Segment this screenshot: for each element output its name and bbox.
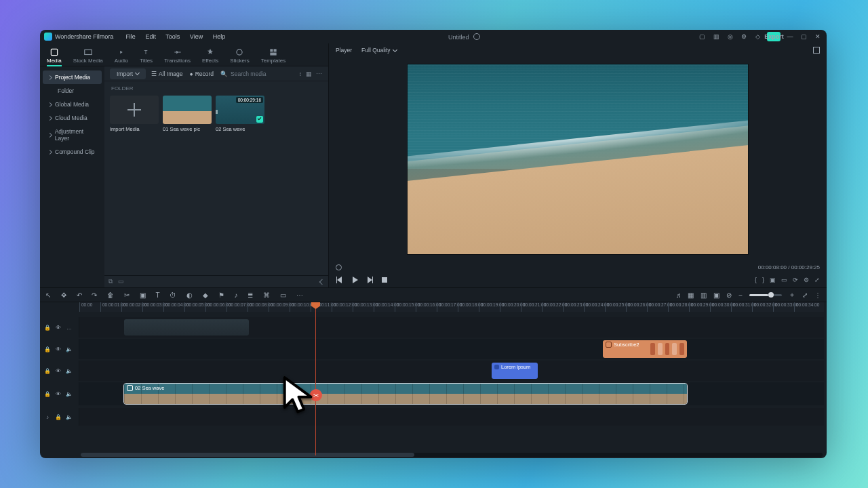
redo-icon[interactable]: ↷: [92, 291, 97, 299]
close-button[interactable]: ✕: [813, 32, 823, 41]
audio-icon[interactable]: ♪: [234, 291, 237, 299]
track-eye-icon[interactable]: 👁: [55, 346, 62, 352]
render-icon[interactable]: ⟳: [793, 277, 798, 283]
mark-in-icon[interactable]: {: [755, 277, 757, 283]
tab-effects[interactable]: Effects: [202, 47, 218, 66]
sidebar-project-media[interactable]: Project Media: [43, 70, 102, 84]
media-item-sea-wave[interactable]: 00:00:29:16 02 Sea wave: [216, 96, 264, 132]
prev-frame-icon[interactable]: [336, 276, 344, 284]
snapshot-icon[interactable]: [813, 47, 820, 54]
menu-view[interactable]: View: [190, 33, 203, 40]
tab-templates[interactable]: Templates: [261, 47, 285, 66]
track-mute-icon[interactable]: 🔈: [66, 414, 73, 420]
split-icon[interactable]: ✂: [124, 291, 130, 299]
pointer-tool-icon[interactable]: ↖: [45, 291, 51, 299]
sidebar-global-media[interactable]: Global Media: [43, 98, 102, 111]
link-icon[interactable]: ⌘: [263, 291, 270, 299]
play-icon[interactable]: [351, 276, 359, 284]
mark-out-icon[interactable]: }: [762, 277, 764, 283]
import-dropdown[interactable]: Import: [110, 68, 146, 79]
sidebar-adjustment-layer[interactable]: Adjustment Layer: [43, 125, 102, 145]
split-handle-icon[interactable]: ✂: [310, 389, 322, 401]
next-frame-icon[interactable]: [366, 276, 374, 284]
more-icon[interactable]: ⋯: [316, 70, 323, 77]
tab-transitions[interactable]: Transitions: [164, 47, 191, 66]
settings-icon[interactable]: ⚙: [739, 32, 749, 41]
clip-main-video[interactable]: 02 Sea wave: [124, 384, 687, 404]
search-input[interactable]: 🔍 Search media: [220, 70, 295, 77]
stop-icon[interactable]: [380, 276, 389, 284]
delete-icon[interactable]: 🗑: [107, 291, 114, 299]
sidebar-cloud-media[interactable]: Cloud Media: [43, 111, 102, 125]
track-eye-icon[interactable]: 👁: [55, 391, 62, 397]
zoom-slider[interactable]: [749, 294, 782, 296]
group-icon[interactable]: ▭: [280, 291, 286, 299]
new-bin-icon[interactable]: ⧉: [108, 278, 113, 285]
speed-icon[interactable]: ⏱: [170, 291, 176, 299]
settings2-icon[interactable]: ⚙: [804, 277, 809, 283]
panels-icon[interactable]: ▥: [711, 32, 721, 41]
crop-icon[interactable]: ▣: [140, 291, 146, 299]
track-mute-icon[interactable]: 🔈: [66, 346, 73, 352]
scope-icon[interactable]: ◎: [726, 32, 735, 41]
track-mute-icon[interactable]: 🔈: [66, 368, 73, 374]
save-status-icon[interactable]: [473, 33, 480, 40]
render2-icon[interactable]: ▦: [688, 291, 694, 299]
new-folder-icon[interactable]: ▭: [118, 278, 124, 285]
mixer-icon[interactable]: ♬: [676, 291, 682, 299]
track-lock-icon[interactable]: 🔒: [44, 346, 51, 352]
more-tools-icon[interactable]: ⋯: [296, 291, 303, 299]
preview-tab-player[interactable]: Player: [336, 47, 352, 54]
snap-icon[interactable]: ▥: [701, 291, 707, 299]
account-icon[interactable]: ◇: [753, 32, 763, 41]
clip-lorem[interactable]: Lorem ipsum: [492, 363, 538, 379]
zoom-in-icon[interactable]: ＋: [789, 290, 795, 300]
media-item-sea-wave-pic[interactable]: 01 Sea wave pic: [163, 96, 212, 132]
menu-edit[interactable]: Edit: [145, 33, 156, 40]
menu-help[interactable]: Help: [213, 33, 226, 40]
sidebar-folder[interactable]: Folder: [43, 84, 102, 98]
fullscreen-icon[interactable]: ⤢: [814, 277, 820, 283]
export-button[interactable]: Export: [767, 32, 781, 41]
menu-file[interactable]: File: [125, 33, 136, 40]
sidebar-compound-clip[interactable]: Compound Clip: [43, 145, 102, 159]
zoom-out-icon[interactable]: −: [738, 291, 743, 299]
time-ruler[interactable]: 00:0000:00:01:0000:00:02:0000:00:03:0000…: [79, 302, 824, 312]
record-button[interactable]: ● Record: [190, 70, 214, 77]
tab-titles[interactable]: TTitles: [140, 47, 153, 66]
track-lock-icon[interactable]: 🔒: [55, 414, 62, 420]
safe-zone-icon[interactable]: [336, 264, 342, 270]
timeline-scrollbar[interactable]: [81, 453, 823, 457]
clip-subscribe[interactable]: Subscribe2: [603, 340, 687, 358]
marker-icon[interactable]: ⚑: [218, 291, 224, 299]
maximize-button[interactable]: ▢: [799, 32, 808, 41]
minimize-button[interactable]: —: [785, 32, 795, 41]
quality-dropdown[interactable]: Full Quality: [361, 47, 397, 54]
tab-audio[interactable]: Audio: [115, 47, 128, 66]
tab-stickers[interactable]: Stickers: [230, 47, 249, 66]
track-lock-icon[interactable]: 🔒: [44, 368, 51, 374]
snapshot2-icon[interactable]: ▣: [770, 277, 776, 283]
collapse-panel-icon[interactable]: [319, 279, 325, 284]
track-eye-icon[interactable]: 👁: [55, 325, 62, 331]
view-icon[interactable]: ▦: [306, 70, 312, 77]
undo-icon[interactable]: ↶: [77, 291, 82, 299]
ratio-icon[interactable]: ▭: [781, 277, 787, 283]
preview-canvas[interactable]: [329, 57, 827, 262]
import-media-tile[interactable]: Import Media: [110, 96, 159, 132]
filter-all-image[interactable]: ☰ All Image: [151, 70, 182, 77]
sort-icon[interactable]: ↕: [299, 70, 302, 77]
auto-ripple-icon[interactable]: ⊘: [726, 291, 732, 299]
track-mute-icon[interactable]: 🔈: [66, 391, 73, 397]
tab-stock-media[interactable]: Stock Media: [73, 47, 103, 66]
fit-timeline-icon[interactable]: ⤢: [802, 291, 808, 299]
layout-icon[interactable]: ▢: [698, 32, 707, 41]
track-lock-icon[interactable]: 🔒: [44, 325, 51, 331]
keyframe-icon[interactable]: ◆: [203, 291, 208, 299]
track-mute-icon[interactable]: …: [66, 325, 73, 331]
track-icon[interactable]: ≣: [248, 291, 253, 299]
timeline-settings-icon[interactable]: ⋮: [814, 291, 821, 299]
tab-media[interactable]: Media: [47, 47, 62, 66]
track-eye-icon[interactable]: 👁: [55, 368, 62, 374]
track-lock-icon[interactable]: 🔒: [44, 391, 51, 397]
